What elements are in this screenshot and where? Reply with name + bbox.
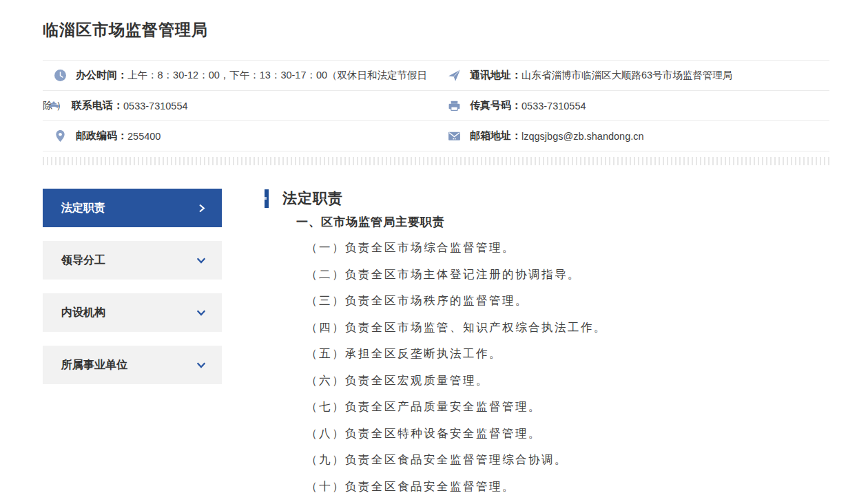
- postcode-field: 邮政编码： 255400: [43, 129, 448, 143]
- send-icon: [448, 69, 461, 82]
- field-label: 联系电话：: [72, 99, 123, 112]
- section-marker-bar: [265, 189, 269, 208]
- fax-icon: [448, 99, 461, 112]
- field-value: 上午：8：30-12：00，下午：13：30-17：00（双休日和法定节假日: [127, 69, 427, 82]
- mail-icon: [448, 129, 461, 143]
- sidebar-item-label: 领导分工: [61, 253, 105, 268]
- sidebar-item-label: 所属事业单位: [61, 358, 127, 372]
- field-label: 邮箱地址：: [470, 129, 521, 143]
- field-label: 通讯地址：: [470, 69, 521, 82]
- field-value: 0533-7310554: [521, 101, 586, 112]
- phone-icon: [47, 99, 61, 113]
- chevron-down-icon: [196, 255, 207, 266]
- duty-list-item: （九）负责全区食品安全监督管理综合协调。: [306, 447, 829, 474]
- sidebar-item-label: 法定职责: [61, 201, 105, 216]
- section-header: 法定职责: [265, 189, 829, 208]
- field-label: 办公时间：: [76, 69, 127, 82]
- info-row: 办公时间： 上午：8：30-12：00，下午：13：30-17：00（双休日和法…: [43, 61, 829, 91]
- duty-list-item: （一）负责全区市场综合监督管理。: [306, 235, 829, 262]
- field-label: 邮政编码：: [76, 129, 127, 143]
- fax-field: 传真号码： 0533-7310554: [448, 99, 829, 112]
- address-field: 通讯地址： 山东省淄博市临淄区大顺路63号市场监督管理局: [448, 69, 829, 82]
- duty-list-item: （五）承担全区反垄断执法工作。: [306, 341, 829, 368]
- office-hours-field: 办公时间： 上午：8：30-12：00，下午：13：30-17：00（双休日和法…: [43, 69, 448, 82]
- chevron-right-icon: [196, 203, 207, 213]
- field-label: 传真号码：: [470, 99, 521, 112]
- page-title: 临淄区市场监督管理局: [43, 0, 829, 41]
- duty-list-item: （六）负责全区宏观质量管理。: [306, 368, 829, 395]
- sidebar-nav: 法定职责 领导分工 内设机构 所属事业单位: [43, 189, 222, 500]
- field-value: 255400: [127, 131, 161, 142]
- striped-divider: [43, 157, 829, 165]
- sidebar-item-internal-orgs[interactable]: 内设机构: [43, 293, 222, 332]
- chevron-down-icon: [196, 359, 207, 370]
- info-row: 除 ） 联系电话： 0533-7310554 传真号码： 0533-731055…: [43, 91, 829, 121]
- field-value: lzqgsjbgs@zb.shandong.cn: [521, 131, 644, 142]
- contact-info-panel: 办公时间： 上午：8：30-12：00，下午：13：30-17：00（双休日和法…: [43, 60, 829, 151]
- page: 临淄区市场监督管理局 办公时间： 上午：8：30-12：00，下午：13：30-…: [0, 0, 868, 500]
- section-title: 法定职责: [282, 189, 343, 208]
- sidebar-item-legal-duties[interactable]: 法定职责: [43, 189, 222, 227]
- phone-field: 除 ） 联系电话： 0533-7310554: [43, 99, 448, 113]
- sidebar-item-label: 内设机构: [61, 306, 105, 320]
- content-panel: 法定职责 一、区市场监管局主要职责 （一）负责全区市场综合监督管理。 （二）负责…: [265, 189, 829, 500]
- sidebar-item-leadership[interactable]: 领导分工: [43, 241, 222, 280]
- main-area: 法定职责 领导分工 内设机构 所属事业单位: [43, 189, 829, 500]
- duty-list-item: （四）负责全区市场监管、知识产权综合执法工作。: [306, 315, 829, 342]
- field-value: 山东省淄博市临淄区大顺路63号市场监督管理局: [521, 69, 732, 82]
- section-subtitle: 一、区市场监管局主要职责: [296, 214, 829, 230]
- duty-list-item: （二）负责全区市场主体登记注册的协调指导。: [306, 262, 829, 288]
- field-value: 0533-7310554: [123, 101, 188, 112]
- sidebar-item-subordinate-units[interactable]: 所属事业单位: [43, 346, 222, 384]
- email-field: 邮箱地址： lzqgsjbgs@zb.shandong.cn: [448, 129, 829, 143]
- location-pin-icon: [54, 129, 67, 143]
- chevron-down-icon: [196, 307, 207, 318]
- duty-list-item: （十）负责全区食品安全监督管理。: [306, 474, 829, 501]
- duty-list-item: （三）负责全区市场秩序的监督管理。: [306, 288, 829, 315]
- duty-list: （一）负责全区市场综合监督管理。 （二）负责全区市场主体登记注册的协调指导。 （…: [306, 235, 829, 500]
- clock-icon: [54, 69, 67, 82]
- duty-list-item: （八）负责全区特种设备安全监督管理。: [306, 421, 829, 448]
- info-row: 邮政编码： 255400 邮箱地址： lzqgsjbgs@zb.shandong…: [43, 121, 829, 151]
- duty-list-item: （七）负责全区产品质量安全监督管理。: [306, 394, 829, 421]
